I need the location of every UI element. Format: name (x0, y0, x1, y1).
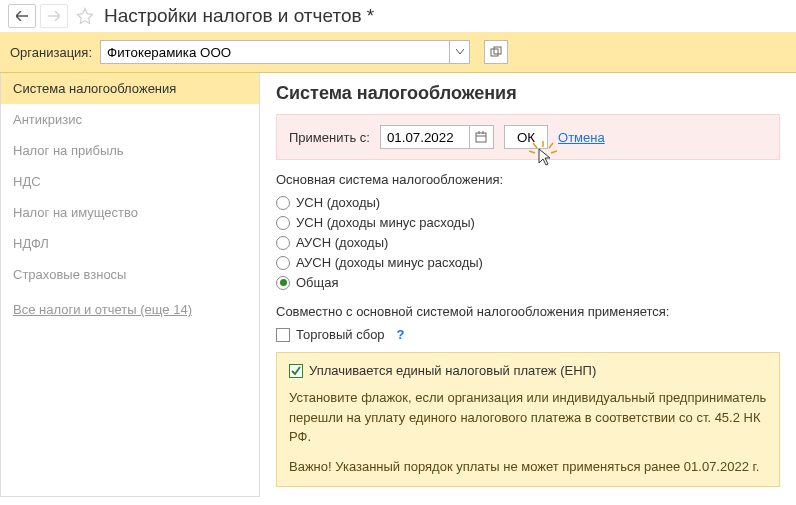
main-panel: Система налогообложения Применить с: ОК … (260, 73, 796, 497)
radio-label: Общая (296, 275, 339, 290)
checkbox-icon (276, 328, 290, 342)
svg-rect-2 (476, 133, 486, 142)
radio-label: АУСН (доходы) (296, 235, 388, 250)
radio-usn-income-expense[interactable]: УСН (доходы минус расходы) (276, 215, 780, 230)
combined-label: Совместно с основной системой налогообло… (276, 304, 780, 319)
radio-label: УСН (доходы минус расходы) (296, 215, 475, 230)
enp-info-box: Уплачивается единый налоговый платеж (ЕН… (276, 352, 780, 487)
svg-line-7 (529, 151, 535, 153)
svg-line-8 (551, 151, 557, 153)
trade-fee-label: Торговый сбор (296, 327, 385, 342)
back-button[interactable] (8, 4, 36, 28)
apply-date-input[interactable] (380, 125, 470, 149)
trade-fee-checkbox-row[interactable]: Торговый сбор ? (276, 327, 780, 342)
enp-label: Уплачивается единый налоговый платеж (ЕН… (309, 363, 596, 378)
organization-label: Организация: (10, 45, 92, 60)
sidebar-item-anticrisis[interactable]: Антикризис (1, 104, 259, 135)
sidebar-item-insurance[interactable]: Страховые взносы (1, 259, 259, 290)
forward-button[interactable] (40, 4, 68, 28)
page-title: Настройки налогов и отчетов * (104, 5, 374, 27)
organization-select (100, 40, 470, 64)
sidebar: Система налогообложения Антикризис Налог… (0, 73, 260, 497)
section-title: Система налогообложения (276, 83, 780, 104)
help-icon[interactable]: ? (397, 327, 405, 342)
radio-icon (276, 236, 290, 250)
cancel-link[interactable]: Отмена (558, 130, 605, 145)
sidebar-item-property-tax[interactable]: Налог на имущество (1, 197, 259, 228)
favorite-icon[interactable] (76, 7, 94, 25)
radio-icon (276, 276, 290, 290)
sidebar-item-ndfl[interactable]: НДФЛ (1, 228, 259, 259)
organization-bar: Организация: (0, 32, 796, 73)
organization-open-button[interactable] (484, 40, 508, 64)
enp-help-text-2: Важно! Указанный порядок уплаты не может… (289, 457, 767, 477)
checkbox-icon (289, 364, 303, 378)
system-label: Основная система налогообложения: (276, 172, 780, 187)
enp-help-text-1: Установите флажок, если организация или … (289, 388, 767, 447)
apply-label: Применить с: (289, 130, 370, 145)
ok-button[interactable]: ОК (504, 125, 548, 149)
enp-checkbox-row[interactable]: Уплачивается единый налоговый платеж (ЕН… (289, 363, 767, 378)
sidebar-item-vat[interactable]: НДС (1, 166, 259, 197)
radio-usn-income[interactable]: УСН (доходы) (276, 195, 780, 210)
radio-ausn-income[interactable]: АУСН (доходы) (276, 235, 780, 250)
radio-icon (276, 196, 290, 210)
calendar-button[interactable] (470, 125, 494, 149)
radio-icon (276, 256, 290, 270)
sidebar-item-tax-system[interactable]: Система налогообложения (1, 73, 259, 104)
sidebar-all-taxes-link[interactable]: Все налоги и отчеты (еще 14) (1, 290, 259, 325)
organization-input[interactable] (100, 40, 450, 64)
radio-ausn-income-expense[interactable]: АУСН (доходы минус расходы) (276, 255, 780, 270)
svg-line-10 (549, 143, 553, 148)
apply-bar: Применить с: ОК Отмена (276, 114, 780, 160)
radio-icon (276, 216, 290, 230)
radio-label: АУСН (доходы минус расходы) (296, 255, 483, 270)
organization-dropdown-button[interactable] (450, 40, 470, 64)
radio-general[interactable]: Общая (276, 275, 780, 290)
sidebar-item-profit-tax[interactable]: Налог на прибыль (1, 135, 259, 166)
radio-label: УСН (доходы) (296, 195, 380, 210)
toolbar: Настройки налогов и отчетов * (0, 0, 796, 32)
tax-system-radio-group: УСН (доходы) УСН (доходы минус расходы) … (276, 195, 780, 290)
